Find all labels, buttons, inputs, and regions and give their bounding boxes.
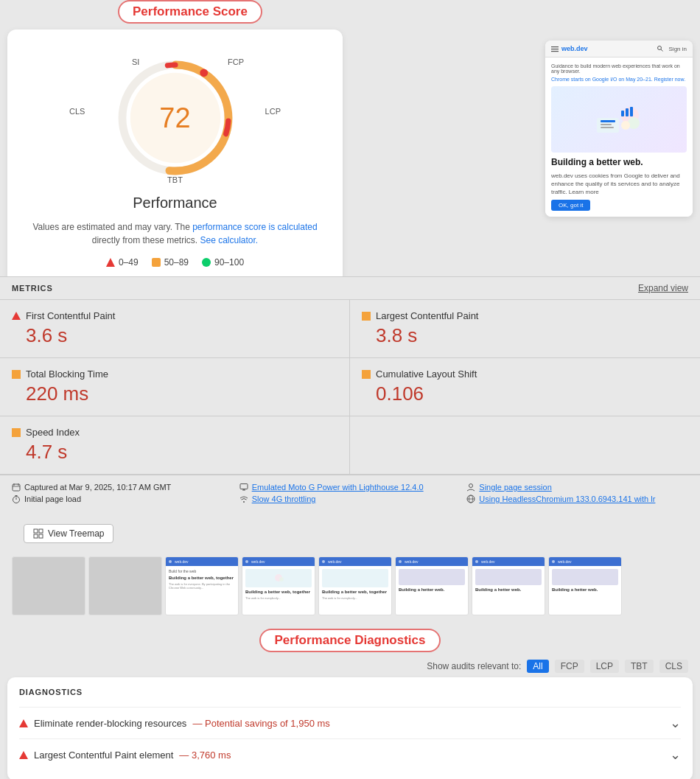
- gauge-center: 72: [159, 102, 190, 134]
- capture-emulated: Emulated Moto G Power with Lighthouse 12…: [239, 483, 461, 492]
- diag-left-1: Eliminate render-blocking resources — Po…: [19, 718, 670, 729]
- svg-rect-7: [551, 51, 559, 52]
- svg-rect-18: [626, 108, 629, 116]
- diagnostics-title: DIAGNOSTICS: [19, 688, 681, 696]
- score-card: SI FCP LCP TBT CLS 72 Performance Values…: [7, 29, 343, 285]
- svg-point-8: [657, 46, 661, 50]
- svg-point-27: [469, 484, 473, 488]
- gauge-title: Performance: [25, 195, 325, 212]
- diag-2-expand[interactable]: ⌄: [670, 747, 681, 763]
- capture-session: Single page session: [466, 483, 688, 492]
- gauge-area: SI FCP LCP TBT CLS 72: [25, 44, 325, 192]
- metric-empty: [350, 416, 700, 474]
- legend-range-orange: 50–89: [164, 257, 189, 268]
- calendar-icon: [12, 483, 21, 492]
- preview-headline: Building a better web.: [551, 157, 687, 169]
- tbt-icon: [12, 370, 21, 379]
- metric-lcp-name-row: Largest Contentful Paint: [362, 310, 688, 321]
- throttling-link[interactable]: Slow 4G throttling: [252, 495, 316, 503]
- illustration-svg: [593, 99, 645, 140]
- timer-icon: [12, 495, 21, 503]
- metrics-title: METRICS: [12, 284, 53, 293]
- label-si: SI: [132, 57, 139, 66]
- perf-diagnostics-bubble-area: Performance Diagnostics: [0, 623, 700, 655]
- capture-date: Captured at Mar 9, 2025, 10:17 AM GMT: [12, 483, 234, 492]
- metric-cls: Cumulative Layout Shift 0.106: [350, 357, 700, 416]
- search-icon-preview: [657, 46, 663, 52]
- filter-tbt[interactable]: TBT: [625, 660, 654, 673]
- filmstrip-frame-8: web.dev Building a hetter web.: [548, 556, 622, 615]
- emulated-link[interactable]: Emulated Moto G Power with Lighthouse 12…: [252, 483, 424, 492]
- gauge-score: 72: [159, 102, 190, 134]
- see-calculator-link[interactable]: See calculator.: [200, 235, 258, 245]
- preview-subtext: Guidance to build modern web experiences…: [551, 63, 687, 74]
- score-description: Values are estimated and may vary. The p…: [25, 220, 325, 247]
- preview-announce: Chrome starts on Google I/O on May 20–21…: [551, 77, 687, 82]
- diag-left-2: Largest Contentful Paint element — 3,760…: [19, 750, 670, 761]
- diag-1-expand[interactable]: ⌄: [670, 715, 681, 731]
- legend-icon-orange: [152, 258, 161, 267]
- audit-filter-label: Show audits relevant to:: [427, 661, 521, 671]
- monitor-icon: [239, 483, 248, 492]
- metric-lcp: Largest Contentful Paint 3.8 s: [350, 300, 700, 357]
- wifi-icon: [239, 495, 248, 503]
- si-value: 4.7 s: [26, 441, 337, 464]
- metrics-header: METRICS Expand view: [0, 276, 700, 300]
- fcp-label: First Contentful Paint: [26, 310, 115, 321]
- si-label: Speed Index: [26, 427, 80, 438]
- metric-fcp: First Contentful Paint 3.6 s: [0, 300, 350, 357]
- cls-value: 0.106: [376, 382, 688, 405]
- treemap-area: View Treemap: [0, 511, 700, 556]
- diag-1-warning-icon: [19, 719, 28, 727]
- legend-range-red: 0–49: [119, 257, 139, 268]
- lcp-icon: [362, 312, 371, 321]
- svg-line-9: [661, 49, 663, 52]
- treemap-icon: [33, 528, 43, 539]
- diag-item-2: Largest Contentful Paint element — 3,760…: [19, 738, 681, 770]
- filter-fcp[interactable]: FCP: [555, 660, 584, 673]
- svg-rect-5: [551, 46, 559, 47]
- svg-rect-35: [34, 529, 38, 533]
- legend-item-red: 0–49: [106, 257, 139, 268]
- initial-page-text: Initial page load: [24, 495, 81, 503]
- treemap-button[interactable]: View Treemap: [24, 524, 113, 543]
- cls-label: Cumulative Layout Shift: [376, 368, 477, 380]
- diag-item-1: Eliminate render-blocking resources — Po…: [19, 707, 681, 738]
- svg-rect-11: [601, 120, 615, 122]
- person-icon: [466, 483, 475, 492]
- legend-icon-green: [202, 258, 211, 267]
- diag-1-name: Eliminate render-blocking resources: [34, 718, 186, 729]
- perf-diagnostics-label: Performance Diagnostics: [259, 629, 440, 652]
- perf-score-calc-link[interactable]: performance score is calculated: [192, 222, 317, 232]
- metric-cls-name-row: Cumulative Layout Shift: [362, 368, 688, 380]
- audit-filter: Show audits relevant to: All FCP LCP TBT…: [0, 655, 700, 677]
- svg-rect-13: [601, 127, 614, 128]
- browser-link[interactable]: Using HeadlessChromium 133.0.6943.141 wi…: [479, 495, 655, 503]
- label-cls: CLS: [69, 107, 85, 116]
- svg-rect-36: [39, 529, 43, 533]
- filmstrip-frame-6: web.dev Building a hetter web.: [395, 556, 469, 615]
- session-link[interactable]: Single page session: [479, 483, 551, 492]
- filter-lcp[interactable]: LCP: [590, 660, 619, 673]
- label-tbt: TBT: [167, 175, 183, 184]
- diag-2-warning-icon: [19, 751, 28, 759]
- filmstrip-frame-7: web.dev Building a hetter web.: [472, 556, 545, 615]
- filmstrip: web.dev Build for the web Building a bet…: [0, 556, 700, 623]
- tbt-value: 220 ms: [26, 382, 337, 405]
- tbt-label: Total Blocking Time: [26, 368, 108, 380]
- preview-text: web.dev uses cookies from Google to deli…: [551, 172, 687, 197]
- metric-si: Speed Index 4.7 s: [0, 416, 350, 474]
- browser-icon: [466, 495, 475, 503]
- filter-all[interactable]: All: [527, 660, 548, 673]
- filter-cls[interactable]: CLS: [659, 660, 688, 673]
- preview-body: Guidance to build modern web experiences…: [545, 57, 693, 217]
- performance-score-bubble: Performance Score: [118, 0, 262, 24]
- svg-point-31: [243, 501, 245, 503]
- metric-fcp-name-row: First Contentful Paint: [12, 310, 337, 321]
- svg-rect-12: [601, 124, 612, 125]
- preview-ok-btn[interactable]: OK, got it: [551, 200, 590, 211]
- expand-view-btn[interactable]: Expand view: [638, 283, 688, 293]
- capture-initial: Initial page load: [12, 495, 234, 503]
- svg-point-40: [279, 577, 284, 581]
- filmstrip-frame-1: [12, 556, 85, 615]
